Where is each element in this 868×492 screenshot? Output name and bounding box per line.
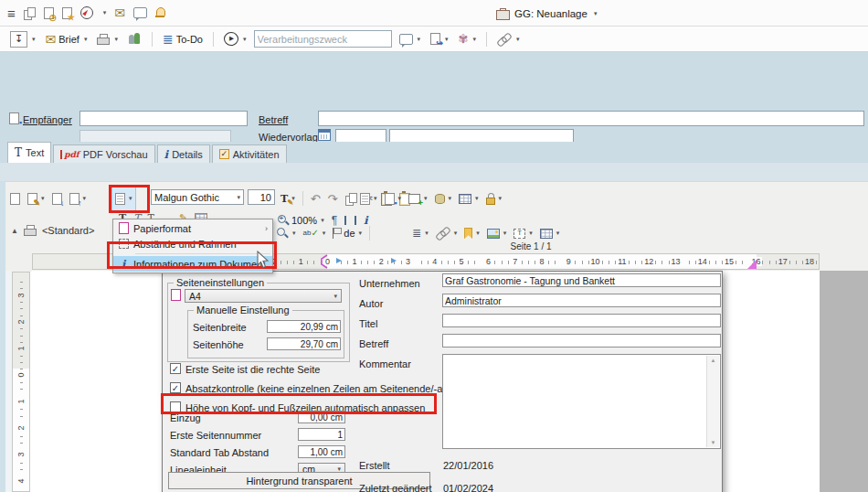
dialog-checkbox-0[interactable]: ✓ xyxy=(170,363,181,374)
empfaenger-input[interactable] xyxy=(79,111,248,126)
tab-details[interactable]: iDetails xyxy=(157,144,210,163)
save-document-button[interactable]: ▪▾ xyxy=(382,191,405,207)
brief-button[interactable]: ✉Brief▾ xyxy=(43,31,90,48)
ruler-number: 5 xyxy=(455,257,468,266)
protect-document-button[interactable]: ▾ xyxy=(483,190,505,207)
tab-text[interactable]: TText xyxy=(7,142,51,163)
linespacing-icon: ≣ xyxy=(412,228,421,239)
dropdown-arrow-icon: ▾ xyxy=(398,195,402,202)
dialog-checkbox-2[interactable] xyxy=(170,401,181,412)
bookmark-button[interactable]: ▾ xyxy=(461,226,482,241)
lock-icon xyxy=(486,192,495,205)
hamburger-icon[interactable]: ≡ xyxy=(7,6,16,20)
dialog-field-erste-seitennummer[interactable]: 1 xyxy=(298,428,345,441)
redo-button[interactable]: ↷ xyxy=(325,191,341,207)
menu-item-abstände-und-rahmen[interactable]: Abstände und Rahmen xyxy=(113,236,272,251)
font-size-input[interactable]: 10 xyxy=(248,189,275,205)
calendar-icon[interactable] xyxy=(318,129,331,143)
ruler-number: 6 xyxy=(482,257,494,266)
process-button[interactable]: ▶▾ xyxy=(221,30,249,48)
comment-button[interactable]: ▾ xyxy=(397,32,424,47)
undo-button[interactable]: ↶ xyxy=(308,191,323,207)
mail-icon[interactable]: ✉ xyxy=(114,6,125,19)
pilcrow-icon: ¶ xyxy=(332,215,337,226)
dialog-meta-input-betreff[interactable] xyxy=(442,334,721,348)
empfaenger-label[interactable]: Empfänger xyxy=(23,114,72,125)
insert-image-button[interactable]: ▾ xyxy=(484,227,510,241)
menu-item-papierformat[interactable]: Papierformat› xyxy=(113,220,272,236)
ruler-number: 1 xyxy=(16,343,26,354)
feedback-note-icon[interactable] xyxy=(133,7,147,18)
dialog-meta-input-unternehmen[interactable]: Graf Gastronomie - Tagung und Bankett xyxy=(442,273,721,287)
tab-pdf-vorschau[interactable]: pdfPDF Vorschau xyxy=(53,144,154,163)
seitenhoehe-input[interactable]: 29,70 cm xyxy=(267,337,341,350)
text-bounds-button[interactable] xyxy=(342,214,359,227)
wiedervorlage-note-input[interactable] xyxy=(389,129,574,143)
betreff-label[interactable]: Betreff xyxy=(259,114,288,125)
table-properties-button[interactable]: ▾ xyxy=(537,227,563,241)
font-family-select[interactable]: Malgun Gothic ▾ xyxy=(151,189,244,205)
recent-document-icon[interactable]: ◷ xyxy=(44,7,54,19)
page-layout-button[interactable]: ▾ xyxy=(357,191,380,207)
new-document-button[interactable] xyxy=(7,191,23,207)
database-export-button[interactable]: ▾ xyxy=(432,192,455,206)
page-settings-button[interactable]: ▾ xyxy=(112,191,135,207)
indent-marker[interactable] xyxy=(336,258,342,263)
share-button[interactable]: ✾▾ xyxy=(456,31,479,47)
spellcheck-button[interactable]: ab✓▾ xyxy=(301,227,329,240)
dialog-checkbox-1[interactable]: ✓ xyxy=(170,382,181,393)
scroll-down-icon[interactable]: ▼ xyxy=(707,440,719,445)
contacts-button[interactable] xyxy=(125,31,144,47)
scroll-up-icon[interactable]: ▲ xyxy=(707,358,719,363)
line-spacing-button[interactable]: ≣▾ xyxy=(409,226,431,241)
link-button[interactable]: ▾ xyxy=(494,31,523,48)
favorite-document-icon[interactable]: ★ xyxy=(62,7,72,19)
insert-table-button[interactable]: ▾ xyxy=(456,192,482,206)
submenu-arrow-icon: › xyxy=(265,224,268,233)
chevron-down-icon: ▾ xyxy=(333,293,337,300)
page-edit-icon: ✎ xyxy=(27,193,37,205)
edit-document-button[interactable]: ✎▾ xyxy=(25,191,48,207)
right-margin-marker[interactable] xyxy=(747,260,757,269)
dropdown-arrow-icon: ▾ xyxy=(129,195,132,202)
betreff-input[interactable] xyxy=(318,111,864,126)
erstellt-value: 22/01/2016 xyxy=(443,460,493,471)
menu-item-informationen-zum-dokument[interactable]: iInformationen zum Dokument xyxy=(113,256,272,272)
insert-hyperlink-button[interactable]: ▾ xyxy=(433,225,460,241)
dialog-field-einzug[interactable]: 0,00 cm xyxy=(298,411,345,423)
collapse-toolbar-button[interactable]: ▲ xyxy=(11,227,18,235)
tab-marker[interactable] xyxy=(391,258,397,263)
field-value: Administrator xyxy=(445,295,502,306)
print-button[interactable]: ▾ xyxy=(94,32,121,47)
save-record-button[interactable]: ↧▾ xyxy=(7,29,38,49)
paragraph-style-value[interactable]: <Standard> xyxy=(42,225,95,236)
language-button[interactable]: de▾ xyxy=(330,226,365,241)
cascade-windows-icon[interactable] xyxy=(24,7,36,19)
export-text-button[interactable]: ↑▾ xyxy=(67,191,90,207)
dialog-meta-input-autor[interactable]: Administrator xyxy=(442,294,721,307)
dialog-field-standard-tab-abstand[interactable]: 1,00 cm xyxy=(298,445,345,458)
forward-document-button[interactable]: ↪▾ xyxy=(428,31,451,47)
document-info-icon: i xyxy=(113,259,133,270)
insert-frame-button[interactable]: +▾ xyxy=(406,192,430,206)
dropdown-arrow-icon: ▾ xyxy=(454,230,458,237)
search-button[interactable]: ▾ xyxy=(274,226,299,241)
vertical-ruler[interactable]: 32101234 xyxy=(12,272,30,492)
scrollbar[interactable]: ▲ ▼ xyxy=(706,356,719,447)
verarbeitungszweck-input[interactable] xyxy=(254,30,392,48)
wiedervorlage-date-input[interactable] xyxy=(335,129,386,143)
notifications-bell-icon[interactable] xyxy=(155,7,165,18)
todo-button[interactable]: ≣To-Do xyxy=(160,31,206,48)
seitenbreite-input[interactable]: 20,99 cm xyxy=(267,320,341,333)
font-style-button[interactable]: T✎▾ xyxy=(278,191,298,207)
kommentar-label: Kommentar xyxy=(359,358,411,369)
record-badge[interactable]: GG: Neuanlage ▾ xyxy=(496,0,597,27)
tab-aktivit-ten[interactable]: ✓Aktivitäten xyxy=(212,144,287,163)
kommentar-textarea[interactable]: ▲ ▼ xyxy=(442,354,721,449)
top-menubar: ≡◷★▾✉ xyxy=(0,0,868,27)
text-frame-button[interactable]: T▾ xyxy=(511,227,535,241)
import-text-button[interactable]: ↓ xyxy=(49,191,65,207)
paper-format-select[interactable]: A4 ▾ xyxy=(185,289,342,303)
dialog-meta-input-titel[interactable] xyxy=(442,314,721,327)
navigation-compass-icon[interactable] xyxy=(80,6,93,19)
